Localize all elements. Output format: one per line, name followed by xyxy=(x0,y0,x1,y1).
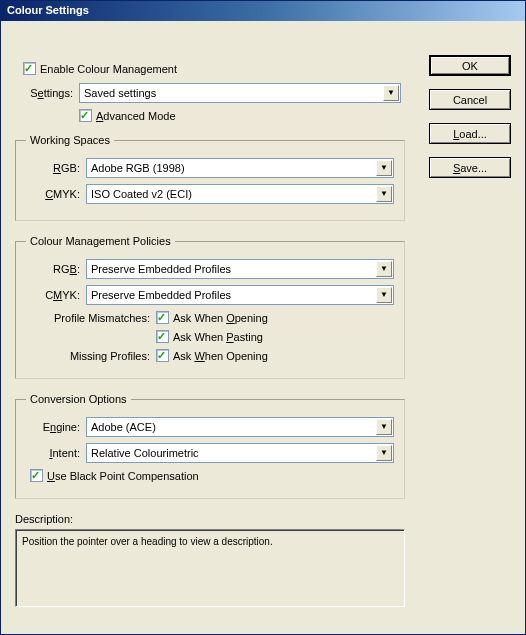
ws-rgb-value: Adobe RGB (1998) xyxy=(91,162,185,174)
engine-value: Adobe (ACE) xyxy=(91,421,156,433)
colour-policies-group: Colour Management Policies RGB: Preserve… xyxy=(15,235,405,379)
ws-rgb-label: RGB: xyxy=(26,162,86,174)
mismatch-paste-label: Ask When Pasting xyxy=(173,331,263,343)
enable-label: Enable Colour Management xyxy=(40,63,177,75)
description-box: Position the pointer over a heading to v… xyxy=(15,529,405,607)
load-button[interactable]: Load... xyxy=(429,123,511,144)
checkbox-icon xyxy=(156,311,169,324)
chevron-down-icon: ▼ xyxy=(376,419,392,435)
settings-block: Settings: Saved settings ▼ Advanced Mode xyxy=(15,83,405,122)
titlebar: Colour Settings xyxy=(1,1,525,21)
checkbox-icon xyxy=(156,349,169,362)
policies-legend: Colour Management Policies xyxy=(26,235,175,247)
main-panel: Settings: Saved settings ▼ Advanced Mode… xyxy=(15,83,405,607)
mismatch-open-checkbox[interactable]: Ask When Opening xyxy=(156,311,268,324)
missing-open-label: Ask When Opening xyxy=(173,350,268,362)
enable-colour-management-checkbox[interactable]: Enable Colour Management xyxy=(23,62,177,75)
black-point-checkbox[interactable]: Use Black Point Compensation xyxy=(30,469,199,482)
intent-select[interactable]: Relative Colourimetric ▼ xyxy=(86,443,394,463)
pol-rgb-select[interactable]: Preserve Embedded Profiles ▼ xyxy=(86,259,394,279)
chevron-down-icon: ▼ xyxy=(376,160,392,176)
chevron-down-icon: ▼ xyxy=(376,261,392,277)
advanced-mode-label: Advanced Mode xyxy=(96,110,176,122)
checkbox-icon xyxy=(30,469,43,482)
working-spaces-group: Working Spaces RGB: Adobe RGB (1998) ▼ C… xyxy=(15,134,405,221)
pol-cmyk-value: Preserve Embedded Profiles xyxy=(91,289,231,301)
pol-cmyk-label: CMYK: xyxy=(26,289,86,301)
pol-rgb-value: Preserve Embedded Profiles xyxy=(91,263,231,275)
pol-rgb-label: RGB: xyxy=(26,263,86,275)
engine-label: Engine: xyxy=(26,421,86,433)
missing-open-checkbox[interactable]: Ask When Opening xyxy=(156,349,268,362)
description-text: Position the pointer over a heading to v… xyxy=(22,536,273,547)
ok-button[interactable]: OK xyxy=(429,55,511,76)
profile-mismatches-label: Profile Mismatches: xyxy=(26,312,156,324)
button-column: OK Cancel Load... Save... xyxy=(429,55,511,191)
intent-value: Relative Colourimetric xyxy=(91,447,199,459)
cancel-button[interactable]: Cancel xyxy=(429,89,511,110)
ws-rgb-select[interactable]: Adobe RGB (1998) ▼ xyxy=(86,158,394,178)
chevron-down-icon: ▼ xyxy=(376,445,392,461)
settings-select[interactable]: Saved settings ▼ xyxy=(79,83,401,103)
mismatch-paste-checkbox[interactable]: Ask When Pasting xyxy=(156,330,263,343)
working-spaces-legend: Working Spaces xyxy=(26,134,114,146)
missing-profiles-label: Missing Profiles: xyxy=(26,350,156,362)
settings-value: Saved settings xyxy=(84,87,156,99)
checkbox-icon xyxy=(79,109,92,122)
ws-cmyk-label: CMYK: xyxy=(26,188,86,200)
save-button[interactable]: Save... xyxy=(429,157,511,178)
mismatch-open-label: Ask When Opening xyxy=(173,312,268,324)
pol-cmyk-select[interactable]: Preserve Embedded Profiles ▼ xyxy=(86,285,394,305)
advanced-mode-checkbox[interactable]: Advanced Mode xyxy=(79,109,176,122)
conversion-options-group: Conversion Options Engine: Adobe (ACE) ▼… xyxy=(15,393,405,499)
chevron-down-icon: ▼ xyxy=(376,186,392,202)
ws-cmyk-value: ISO Coated v2 (ECI) xyxy=(91,188,192,200)
intent-label: Intent: xyxy=(26,447,86,459)
chevron-down-icon: ▼ xyxy=(383,85,399,101)
description-block: Description: Position the pointer over a… xyxy=(15,513,405,607)
description-label: Description: xyxy=(15,513,405,525)
ws-cmyk-select[interactable]: ISO Coated v2 (ECI) ▼ xyxy=(86,184,394,204)
chevron-down-icon: ▼ xyxy=(376,287,392,303)
conversion-legend: Conversion Options xyxy=(26,393,131,405)
checkbox-icon xyxy=(156,330,169,343)
checkbox-icon xyxy=(23,62,36,75)
colour-settings-dialog: Colour Settings Enable Colour Management… xyxy=(0,0,526,635)
dialog-content: Enable Colour Management OK Cancel Load.… xyxy=(1,21,525,634)
black-point-label: Use Black Point Compensation xyxy=(47,470,199,482)
engine-select[interactable]: Adobe (ACE) ▼ xyxy=(86,417,394,437)
settings-label: Settings: xyxy=(19,87,79,99)
